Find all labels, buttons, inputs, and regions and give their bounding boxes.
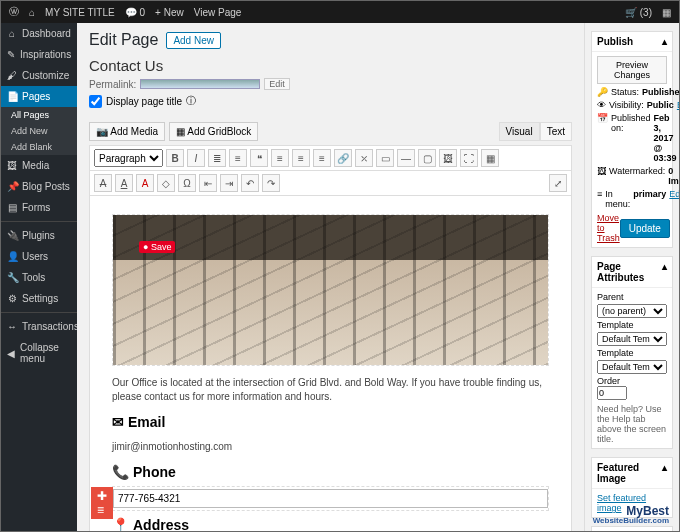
move-to-trash-link[interactable]: Move to Trash <box>597 213 620 243</box>
permalink-edit-button[interactable]: Edit <box>264 78 290 90</box>
sidebar-item-blog-posts[interactable]: 📌Blog Posts <box>1 176 77 197</box>
wp-logo-icon[interactable]: ⓦ <box>9 5 19 19</box>
sidebar-item-plugins[interactable]: 🔌Plugins <box>1 225 77 246</box>
redo-icon[interactable]: ↷ <box>262 174 280 192</box>
email-heading: ✉Email <box>112 414 549 430</box>
sidebar-sub-add-blank[interactable]: Add Blank <box>1 139 77 155</box>
ol-icon[interactable]: ≡ <box>229 149 247 167</box>
display-title-checkbox[interactable]: Display page title ⓘ <box>89 94 572 108</box>
page-attributes-panel: Page Attributes▴ Parent (no parent) Temp… <box>591 256 673 449</box>
order-input[interactable] <box>597 386 627 400</box>
outdent-icon[interactable]: ⇤ <box>199 174 217 192</box>
unlink-icon[interactable]: ⤫ <box>355 149 373 167</box>
parent-select[interactable]: (no parent) <box>597 304 667 318</box>
marker-icon: 📍 <box>112 517 129 532</box>
comments-icon[interactable]: 💬 0 <box>125 7 145 18</box>
email-value: jimir@inmotionhosting.com <box>112 440 549 454</box>
phone-heading: 📞Phone <box>112 464 549 480</box>
sidebar-item-tools[interactable]: 🔧Tools <box>1 267 77 288</box>
publish-panel-header[interactable]: Publish▴ <box>592 32 672 52</box>
visibility-edit-link[interactable]: Edit <box>677 100 679 110</box>
sidebar-collapse[interactable]: ◀Collapse menu <box>1 337 77 369</box>
site-home-icon[interactable]: ⌂ <box>29 7 35 18</box>
char-icon[interactable]: Ω <box>178 174 196 192</box>
site-title[interactable]: MY SITE TITLE <box>45 7 115 18</box>
tab-text[interactable]: Text <box>540 122 572 141</box>
template-select-2[interactable]: Default Template <box>597 360 667 374</box>
admin-bar: ⓦ ⌂ MY SITE TITLE 💬 0 + New View Page 🛒 … <box>1 1 679 23</box>
sidebar-item-users[interactable]: 👤Users <box>1 246 77 267</box>
permalink-url[interactable] <box>140 79 260 89</box>
attrs-panel-header[interactable]: Page Attributes▴ <box>592 257 672 288</box>
sidebar-item-pages[interactable]: 📄Pages <box>1 86 77 107</box>
hero-block[interactable]: ✚≡ ✚ ≡ ✚≡ ● Save <box>112 214 549 366</box>
sidebar-item-inspirations[interactable]: ✎Inspirations <box>1 44 77 65</box>
cart-icon[interactable]: 🛒 (3) <box>625 7 652 18</box>
indent-icon[interactable]: ⇥ <box>220 174 238 192</box>
add-media-button[interactable]: 📷 Add Media <box>89 122 165 141</box>
template-select[interactable]: Default Template <box>597 332 667 346</box>
phone-block[interactable]: ✚≡ <box>112 486 549 511</box>
view-page-link[interactable]: View Page <box>194 7 242 18</box>
add-new-link[interactable]: + New <box>155 7 184 18</box>
toolbar-toggle-icon[interactable]: ▦ <box>481 149 499 167</box>
user-avatar[interactable]: ▦ <box>662 7 671 18</box>
watermark-icon: 🖼 <box>597 166 606 176</box>
image-icon[interactable]: 🖼 <box>439 149 457 167</box>
ninja-panel-header[interactable]: Append A Ninja Form▴ <box>592 527 672 532</box>
button-icon[interactable]: ▢ <box>418 149 436 167</box>
align-center-icon[interactable]: ≡ <box>292 149 310 167</box>
editor-toolbar-2: A A A ◇ Ω ⇤ ⇥ ↶ ↷ ⤢ <box>90 171 571 196</box>
pinterest-save-button[interactable]: ● Save <box>139 241 175 253</box>
menu-icon: ≡ <box>597 189 602 199</box>
sidebar-item-dashboard[interactable]: ⌂Dashboard <box>1 23 77 44</box>
strike-icon[interactable]: A <box>94 174 112 192</box>
sidebar-item-forms[interactable]: ▤Forms <box>1 197 77 218</box>
editor: Paragraph B I ≣ ≡ ❝ ≡ ≡ ≡ 🔗 ⤫ ▭ — ▢ 🖼 ⛶ … <box>89 145 572 532</box>
block-handle-red-2[interactable]: ✚≡ <box>91 487 113 519</box>
sidebar-item-transactions[interactable]: ↔Transactions <box>1 316 77 337</box>
eye-icon: 👁 <box>597 100 606 110</box>
add-new-button[interactable]: Add New <box>166 32 221 49</box>
phone-field[interactable] <box>113 489 548 508</box>
sidebar-sub-all-pages[interactable]: All Pages <box>1 107 77 123</box>
preview-changes-button[interactable]: Preview Changes <box>597 56 667 84</box>
update-button[interactable]: Update <box>620 219 670 238</box>
menu-edit-link[interactable]: Edit <box>669 189 679 199</box>
plugin-icon: 🔌 <box>7 230 17 241</box>
page-heading: Edit Page Add New <box>89 31 572 49</box>
add-gridblock-button[interactable]: ▦ Add GridBlock <box>169 122 258 141</box>
hr-icon[interactable]: — <box>397 149 415 167</box>
ul-icon[interactable]: ≣ <box>208 149 226 167</box>
textcolor-icon[interactable]: A <box>136 174 154 192</box>
sidebar-item-media[interactable]: 🖼Media <box>1 155 77 176</box>
post-title[interactable]: Contact Us <box>89 57 572 74</box>
expand-icon[interactable]: ⤢ <box>549 174 567 192</box>
format-select[interactable]: Paragraph <box>94 149 163 167</box>
help-text: Need help? Use the Help tab above the sc… <box>597 404 667 444</box>
align-left-icon[interactable]: ≡ <box>271 149 289 167</box>
bold-icon[interactable]: B <box>166 149 184 167</box>
sidebar-item-customize[interactable]: 🖌Customize <box>1 65 77 86</box>
help-icon[interactable]: ⓘ <box>186 94 196 108</box>
featured-panel-header[interactable]: Featured Image▴ <box>592 458 672 489</box>
editor-canvas[interactable]: ✚≡ ✚ ≡ ✚≡ ● Save Our Office is located a… <box>90 196 571 532</box>
tab-visual[interactable]: Visual <box>499 122 540 141</box>
editor-toolbar-1: Paragraph B I ≣ ≡ ❝ ≡ ≡ ≡ 🔗 ⤫ ▭ — ▢ 🖼 ⛶ … <box>90 146 571 171</box>
admin-sidebar: ⌂Dashboard ✎Inspirations 🖌Customize 📄Pag… <box>1 23 77 532</box>
quote-icon[interactable]: ❝ <box>250 149 268 167</box>
calendar-icon: 📅 <box>597 113 608 123</box>
caret-icon: ▴ <box>662 462 667 484</box>
undo-icon[interactable]: ↶ <box>241 174 259 192</box>
more-icon[interactable]: ▭ <box>376 149 394 167</box>
link-icon[interactable]: 🔗 <box>334 149 352 167</box>
sidebar-sub-add-new[interactable]: Add New <box>1 123 77 139</box>
align-right-icon[interactable]: ≡ <box>313 149 331 167</box>
fullscreen-icon[interactable]: ⛶ <box>460 149 478 167</box>
sidebar-item-settings[interactable]: ⚙Settings <box>1 288 77 309</box>
underline-icon[interactable]: A <box>115 174 133 192</box>
intro-text: Our Office is located at the intersectio… <box>112 376 549 404</box>
form-icon: ▤ <box>7 202 17 213</box>
clear-icon[interactable]: ◇ <box>157 174 175 192</box>
italic-icon[interactable]: I <box>187 149 205 167</box>
